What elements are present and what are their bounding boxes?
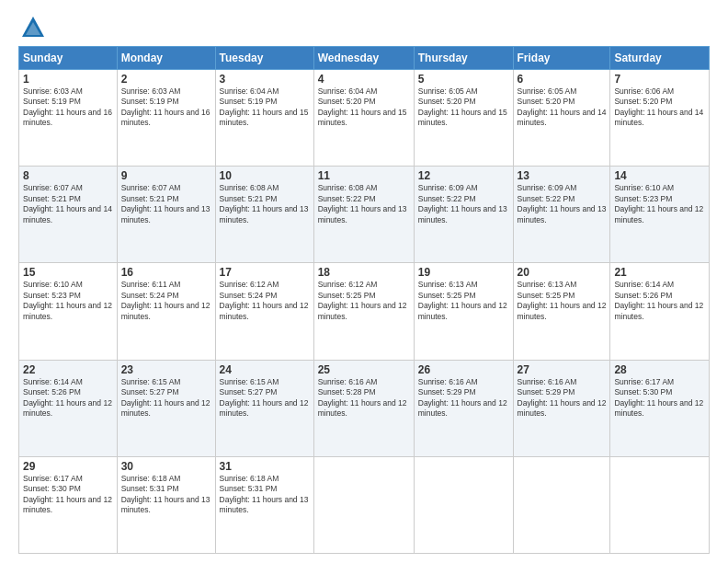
day-number: 12 bbox=[418, 169, 509, 182]
table-row: 5Sunrise: 6:05 AMSunset: 5:20 PMDaylight… bbox=[414, 70, 513, 167]
day-number: 15 bbox=[23, 266, 113, 279]
col-tuesday: Tuesday bbox=[215, 47, 313, 70]
day-number: 11 bbox=[318, 169, 410, 182]
day-info: Sunrise: 6:09 AMSunset: 5:22 PMDaylight:… bbox=[418, 183, 507, 224]
day-info: Sunrise: 6:04 AMSunset: 5:20 PMDaylight:… bbox=[318, 86, 407, 127]
calendar-week-row: 22Sunrise: 6:14 AMSunset: 5:26 PMDayligh… bbox=[19, 360, 710, 456]
day-number: 24 bbox=[220, 363, 310, 376]
calendar-week-row: 29Sunrise: 6:17 AMSunset: 5:30 PMDayligh… bbox=[19, 456, 710, 553]
table-row: 13Sunrise: 6:09 AMSunset: 5:22 PMDayligh… bbox=[513, 167, 610, 263]
day-info: Sunrise: 6:05 AMSunset: 5:20 PMDaylight:… bbox=[418, 86, 507, 127]
day-number: 9 bbox=[121, 169, 211, 182]
table-row: 11Sunrise: 6:08 AMSunset: 5:22 PMDayligh… bbox=[313, 167, 414, 263]
day-number: 14 bbox=[614, 169, 705, 182]
calendar-header-row: Sunday Monday Tuesday Wednesday Thursday… bbox=[19, 47, 710, 70]
table-row: 1Sunrise: 6:03 AMSunset: 5:19 PMDaylight… bbox=[19, 70, 118, 167]
calendar-week-row: 1Sunrise: 6:03 AMSunset: 5:19 PMDaylight… bbox=[19, 70, 710, 167]
table-row: 22Sunrise: 6:14 AMSunset: 5:26 PMDayligh… bbox=[19, 360, 118, 456]
table-row: 9Sunrise: 6:07 AMSunset: 5:21 PMDaylight… bbox=[117, 167, 215, 263]
table-row: 3Sunrise: 6:04 AMSunset: 5:19 PMDaylight… bbox=[215, 70, 313, 167]
day-info: Sunrise: 6:09 AMSunset: 5:22 PMDaylight:… bbox=[518, 183, 607, 224]
table-row: 31Sunrise: 6:18 AMSunset: 5:31 PMDayligh… bbox=[215, 456, 313, 553]
table-row: 17Sunrise: 6:12 AMSunset: 5:24 PMDayligh… bbox=[215, 263, 313, 360]
day-info: Sunrise: 6:13 AMSunset: 5:25 PMDaylight:… bbox=[418, 280, 507, 320]
day-number: 20 bbox=[518, 266, 607, 279]
day-number: 2 bbox=[121, 73, 211, 86]
day-number: 16 bbox=[121, 266, 211, 279]
day-number: 31 bbox=[220, 460, 310, 473]
day-number: 18 bbox=[318, 266, 410, 279]
day-number: 7 bbox=[614, 73, 705, 86]
calendar-week-row: 8Sunrise: 6:07 AMSunset: 5:21 PMDaylight… bbox=[19, 167, 710, 263]
col-wednesday: Wednesday bbox=[313, 47, 414, 70]
day-number: 13 bbox=[518, 169, 607, 182]
day-info: Sunrise: 6:14 AMSunset: 5:26 PMDaylight:… bbox=[23, 377, 112, 418]
day-info: Sunrise: 6:18 AMSunset: 5:31 PMDaylight:… bbox=[121, 474, 210, 514]
day-info: Sunrise: 6:16 AMSunset: 5:29 PMDaylight:… bbox=[518, 377, 607, 418]
day-number: 6 bbox=[518, 73, 607, 86]
table-row: 16Sunrise: 6:11 AMSunset: 5:24 PMDayligh… bbox=[117, 263, 215, 360]
table-row: 4Sunrise: 6:04 AMSunset: 5:20 PMDaylight… bbox=[313, 70, 414, 167]
col-thursday: Thursday bbox=[414, 47, 513, 70]
day-info: Sunrise: 6:07 AMSunset: 5:21 PMDaylight:… bbox=[23, 183, 112, 224]
day-info: Sunrise: 6:17 AMSunset: 5:30 PMDaylight:… bbox=[614, 377, 703, 418]
calendar-table: Sunday Monday Tuesday Wednesday Thursday… bbox=[18, 46, 710, 554]
day-info: Sunrise: 6:14 AMSunset: 5:26 PMDaylight:… bbox=[614, 280, 703, 320]
day-info: Sunrise: 6:08 AMSunset: 5:22 PMDaylight:… bbox=[318, 183, 407, 224]
table-row: 29Sunrise: 6:17 AMSunset: 5:30 PMDayligh… bbox=[19, 456, 118, 553]
day-number: 10 bbox=[220, 169, 310, 182]
table-row bbox=[313, 456, 414, 553]
day-info: Sunrise: 6:16 AMSunset: 5:29 PMDaylight:… bbox=[418, 377, 507, 418]
table-row: 26Sunrise: 6:16 AMSunset: 5:29 PMDayligh… bbox=[414, 360, 513, 456]
day-number: 4 bbox=[318, 73, 410, 86]
day-info: Sunrise: 6:18 AMSunset: 5:31 PMDaylight:… bbox=[220, 474, 309, 514]
day-number: 29 bbox=[23, 460, 113, 473]
calendar-week-row: 15Sunrise: 6:10 AMSunset: 5:23 PMDayligh… bbox=[19, 263, 710, 360]
logo bbox=[18, 15, 46, 37]
table-row: 6Sunrise: 6:05 AMSunset: 5:20 PMDaylight… bbox=[513, 70, 610, 167]
table-row: 12Sunrise: 6:09 AMSunset: 5:22 PMDayligh… bbox=[414, 167, 513, 263]
day-number: 19 bbox=[418, 266, 509, 279]
table-row: 14Sunrise: 6:10 AMSunset: 5:23 PMDayligh… bbox=[610, 167, 710, 263]
day-number: 23 bbox=[121, 363, 211, 376]
col-monday: Monday bbox=[117, 47, 215, 70]
page: Sunday Monday Tuesday Wednesday Thursday… bbox=[0, 0, 728, 563]
table-row: 10Sunrise: 6:08 AMSunset: 5:21 PMDayligh… bbox=[215, 167, 313, 263]
day-number: 30 bbox=[121, 460, 211, 473]
day-info: Sunrise: 6:10 AMSunset: 5:23 PMDaylight:… bbox=[614, 183, 703, 224]
day-number: 28 bbox=[614, 363, 705, 376]
day-info: Sunrise: 6:16 AMSunset: 5:28 PMDaylight:… bbox=[318, 377, 407, 418]
table-row: 8Sunrise: 6:07 AMSunset: 5:21 PMDaylight… bbox=[19, 167, 118, 263]
day-number: 8 bbox=[23, 169, 113, 182]
day-number: 3 bbox=[220, 73, 310, 86]
day-info: Sunrise: 6:03 AMSunset: 5:19 PMDaylight:… bbox=[121, 86, 210, 127]
day-info: Sunrise: 6:08 AMSunset: 5:21 PMDaylight:… bbox=[220, 183, 309, 224]
table-row: 7Sunrise: 6:06 AMSunset: 5:20 PMDaylight… bbox=[610, 70, 710, 167]
table-row: 24Sunrise: 6:15 AMSunset: 5:27 PMDayligh… bbox=[215, 360, 313, 456]
table-row: 30Sunrise: 6:18 AMSunset: 5:31 PMDayligh… bbox=[117, 456, 215, 553]
table-row: 23Sunrise: 6:15 AMSunset: 5:27 PMDayligh… bbox=[117, 360, 215, 456]
table-row: 21Sunrise: 6:14 AMSunset: 5:26 PMDayligh… bbox=[610, 263, 710, 360]
day-info: Sunrise: 6:11 AMSunset: 5:24 PMDaylight:… bbox=[121, 280, 210, 320]
day-number: 26 bbox=[418, 363, 509, 376]
day-info: Sunrise: 6:12 AMSunset: 5:24 PMDaylight:… bbox=[220, 280, 309, 320]
day-number: 1 bbox=[23, 73, 113, 86]
table-row: 18Sunrise: 6:12 AMSunset: 5:25 PMDayligh… bbox=[313, 263, 414, 360]
day-info: Sunrise: 6:10 AMSunset: 5:23 PMDaylight:… bbox=[23, 280, 112, 320]
day-info: Sunrise: 6:04 AMSunset: 5:19 PMDaylight:… bbox=[220, 86, 309, 127]
day-number: 25 bbox=[318, 363, 410, 376]
day-info: Sunrise: 6:07 AMSunset: 5:21 PMDaylight:… bbox=[121, 183, 210, 224]
day-info: Sunrise: 6:13 AMSunset: 5:25 PMDaylight:… bbox=[518, 280, 607, 320]
day-number: 27 bbox=[518, 363, 607, 376]
day-number: 21 bbox=[614, 266, 705, 279]
logo-icon bbox=[20, 15, 46, 40]
col-sunday: Sunday bbox=[19, 47, 118, 70]
day-info: Sunrise: 6:03 AMSunset: 5:19 PMDaylight:… bbox=[23, 86, 112, 127]
table-row bbox=[513, 456, 610, 553]
header bbox=[18, 15, 710, 37]
day-info: Sunrise: 6:12 AMSunset: 5:25 PMDaylight:… bbox=[318, 280, 407, 320]
day-info: Sunrise: 6:05 AMSunset: 5:20 PMDaylight:… bbox=[518, 86, 607, 127]
table-row: 25Sunrise: 6:16 AMSunset: 5:28 PMDayligh… bbox=[313, 360, 414, 456]
table-row: 15Sunrise: 6:10 AMSunset: 5:23 PMDayligh… bbox=[19, 263, 118, 360]
day-number: 5 bbox=[418, 73, 509, 86]
